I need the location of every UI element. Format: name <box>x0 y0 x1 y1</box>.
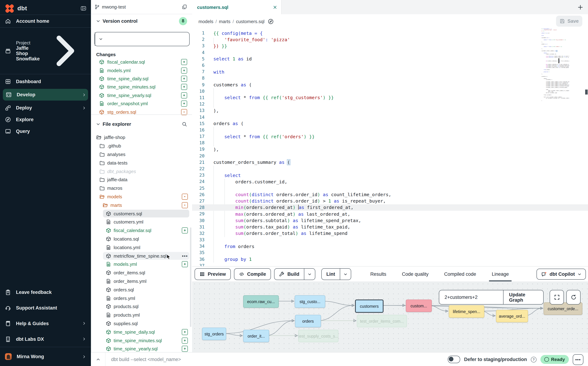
copy-icon[interactable] <box>182 4 187 10</box>
sidebar-item-query[interactable]: Query <box>0 125 91 137</box>
breadcrumb-models[interactable]: models <box>199 19 213 24</box>
build-button[interactable]: Build <box>274 268 315 280</box>
stage-change-icon[interactable]: + <box>181 59 187 65</box>
update-graph-button[interactable]: Update Graph <box>503 290 543 304</box>
lint-button[interactable]: Lint <box>321 268 351 280</box>
file-tree-item[interactable]: products.sql <box>91 302 192 311</box>
file-tree-item[interactable]: orders.yml <box>91 294 192 302</box>
compile-button[interactable]: Compile <box>234 268 271 280</box>
lineage-node-order_it[interactable]: order_it... <box>243 330 269 342</box>
code-line[interactable]: 31 sum(orders.tax_paid) as lifetime_tax_… <box>192 224 588 230</box>
command-input[interactable]: dbt build --select <model_name> <box>111 357 181 362</box>
file-tree-item[interactable]: products.yml <box>91 311 192 319</box>
editor-scrollbar-thumb[interactable] <box>585 90 588 94</box>
lineage-node-stg_orders[interactable]: stg_orders <box>202 328 226 340</box>
file-tree-item[interactable]: customers.sql <box>91 209 192 218</box>
code-line[interactable]: 24 orders.customer_id, <box>192 179 588 185</box>
code-line[interactable]: 13), <box>192 107 588 114</box>
code-line[interactable]: 25 <box>192 185 588 191</box>
code-line[interactable]: 18 <box>192 140 588 146</box>
more-options-button[interactable]: ••• <box>573 354 583 365</box>
code-line[interactable]: 27 count(distinct orders.order_id) > 1 a… <box>192 198 588 204</box>
code-line[interactable]: 34 from orders <box>192 243 588 250</box>
code-line[interactable]: 32 sum(orders.order_total) as lifetime_s… <box>192 230 588 237</box>
lineage-node-average[interactable]: average_ord... <box>496 310 528 322</box>
code-line[interactable]: 21customer_orders_summary as ( <box>192 159 588 166</box>
defer-toggle[interactable] <box>448 356 460 363</box>
code-line[interactable]: 20 <box>192 152 588 159</box>
file-tree-item[interactable]: customers.yml <box>91 218 192 226</box>
file-tree-item[interactable]: time_spine_minutes.sql+ <box>91 336 192 345</box>
commit-and-sync-button[interactable]: Commit and sync <box>94 32 190 46</box>
sidebar-item-account-home[interactable]: Account home <box>0 15 91 27</box>
code-line[interactable]: 7with <box>192 69 588 75</box>
code-line[interactable]: 11 select * from {{ ref('stg_customers')… <box>192 94 588 101</box>
code-line[interactable]: 37 <box>192 263 588 266</box>
code-line[interactable]: 33 <box>192 237 588 243</box>
code-line[interactable]: 2 'favorite_food': 'pizza' <box>192 36 588 43</box>
code-line[interactable]: 9customers as ( <box>192 82 588 88</box>
change-item[interactable]: time_spine_yearly.sql+ <box>91 91 192 99</box>
code-line[interactable]: 35 <box>192 250 588 256</box>
file-tree-item[interactable]: marts• <box>91 201 192 209</box>
modified-indicator-icon[interactable]: • <box>182 194 188 200</box>
file-tree-item[interactable]: data-tests <box>91 159 192 167</box>
file-tree-item[interactable]: time_spine_daily.sql+ <box>91 328 192 336</box>
code-line[interactable]: 16 <box>192 127 588 133</box>
stage-change-icon[interactable]: + <box>181 100 187 107</box>
sidebar-item-dashboard[interactable]: Dashboard <box>0 76 91 87</box>
sidebar-item-explore[interactable]: Explore <box>0 114 91 125</box>
preview-button[interactable]: Preview <box>194 268 231 280</box>
code-line[interactable]: 10 <box>192 88 588 94</box>
explore-lineage-icon[interactable] <box>268 18 274 24</box>
code-line[interactable]: 23 select <box>192 172 588 178</box>
code-line[interactable]: 28 min(orders.ordered_at) as first_order… <box>192 204 588 211</box>
file-tree-item[interactable]: jaffle-shop <box>91 133 192 142</box>
stage-change-icon[interactable]: + <box>181 76 187 82</box>
stage-change-icon[interactable]: + <box>181 84 187 90</box>
sidebar-item-leave-feedback[interactable]: Leave feedback <box>0 284 91 300</box>
change-item[interactable]: stg_orders.sql• <box>91 108 192 116</box>
sidebar-item-support-assistant[interactable]: Support Assistant <box>0 300 91 316</box>
lineage-node-ecom[interactable]: ecom.raw_cu... <box>243 295 279 308</box>
code-line[interactable]: 1{{ config(meta = { <box>192 30 588 36</box>
stage-change-icon[interactable]: + <box>182 337 188 343</box>
file-tree-item[interactable]: metricflow_time_spine.sql••• <box>91 252 192 260</box>
build-options-dropdown[interactable] <box>304 269 315 280</box>
lineage-canvas[interactable]: ecom.raw_cu...stg_custo...customerscusto… <box>192 282 588 352</box>
lineage-node-customers[interactable]: customers <box>355 299 383 313</box>
change-item[interactable]: fiscal_calendar.sql+ <box>91 58 192 66</box>
file-tree-item[interactable]: macros <box>91 184 192 193</box>
change-item[interactable]: models.yml+ <box>91 66 192 75</box>
user-menu[interactable]: Mirna Wong <box>0 347 91 366</box>
breadcrumb-marts[interactable]: marts <box>219 19 231 24</box>
file-tree-scrollbar[interactable] <box>190 227 191 327</box>
stage-change-icon[interactable]: + <box>182 329 188 335</box>
code-line[interactable]: 4 <box>192 49 588 56</box>
tab-code-quality[interactable]: Code quality <box>401 267 429 281</box>
lineage-node-orders[interactable]: orders <box>295 315 321 327</box>
file-tree-item[interactable]: locations.sql <box>91 235 192 243</box>
stage-change-icon[interactable]: + <box>181 67 187 73</box>
lineage-node-lifetime[interactable]: lifetime_spen... <box>449 305 484 318</box>
lineage-node-t_order[interactable]: test_order_items_com... <box>357 315 407 327</box>
file-tree-item[interactable]: fiscal_calendar.sql+ <box>91 226 192 235</box>
file-tree-item[interactable]: analyses <box>91 150 192 159</box>
code-line[interactable]: 19), <box>192 146 588 152</box>
tab-customers-sql[interactable]: customers.sql <box>192 0 282 14</box>
change-item[interactable]: order_snapshot.yml+ <box>91 99 192 108</box>
file-tree-item[interactable]: supplies.sql <box>91 319 192 328</box>
code-editor[interactable]: 1{{ config(meta = {2 'favorite_food': 'p… <box>192 28 588 266</box>
save-button[interactable]: Save <box>556 16 582 27</box>
code-line[interactable]: 6 <box>192 62 588 69</box>
code-line[interactable]: 26 count(distinct orders.order_id) as co… <box>192 191 588 198</box>
file-tree-item[interactable]: order_items.sql <box>91 269 192 277</box>
sidebar-item-deploy[interactable]: Deploy <box>0 102 91 114</box>
change-item[interactable]: time_spine_minutes.sql+ <box>91 83 192 91</box>
code-line[interactable]: 29 max(orders.ordered_at) as last_ordere… <box>192 211 588 217</box>
file-tree-item[interactable]: models• <box>91 192 192 201</box>
lineage-node-cust_x[interactable]: custom... <box>406 299 432 312</box>
version-control-header[interactable]: Version control 8 <box>91 14 192 28</box>
file-tree-item[interactable]: time_spine_yearly.sql+ <box>91 345 192 352</box>
breadcrumb-file[interactable]: customers.sql <box>236 19 264 24</box>
